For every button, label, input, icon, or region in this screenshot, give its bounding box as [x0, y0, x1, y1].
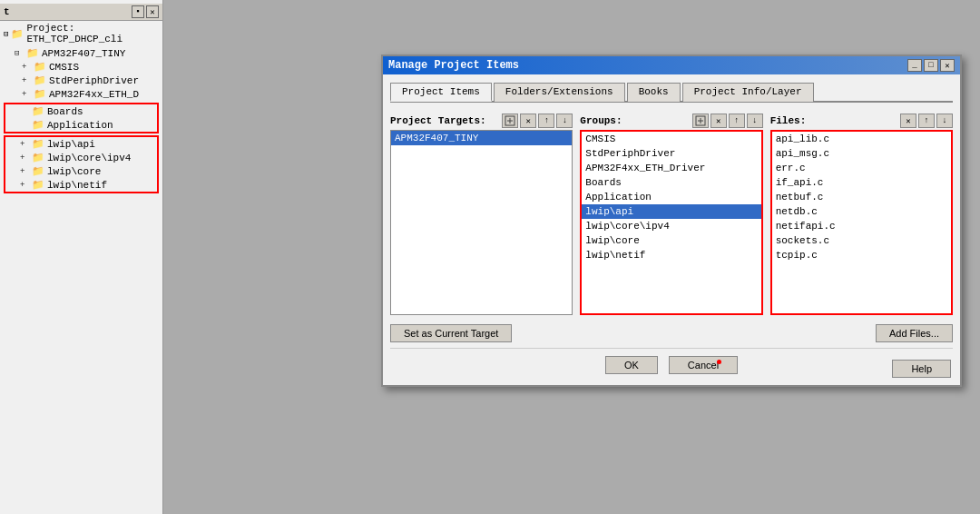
tree-item-boards[interactable]: 📁 Boards [5, 104, 157, 118]
move-up-group-btn[interactable]: ↑ [729, 114, 745, 128]
title-bar-controls: ▪ ✕ [132, 5, 159, 18]
expand-icon: + [20, 167, 29, 176]
tree-item-apm32[interactable]: ⊟ 📁 APM32F407_TINY [0, 46, 162, 60]
dialog-title-bar: Manage Project Items _ □ ✕ [383, 56, 960, 74]
folder-icon: 📁 [34, 61, 46, 73]
tree-item-lwip-core[interactable]: + 📁 lwip\core [5, 164, 157, 178]
dialog-content: Project Items Folders/Extensions Books P… [383, 74, 960, 385]
tree-item-label: Application [47, 120, 113, 131]
project-expand-icon[interactable]: ⊟ [4, 29, 8, 39]
list-item[interactable]: sockets.c [772, 233, 951, 248]
dialog-bottom-buttons: Set as Current Target Add Files... [390, 319, 953, 344]
tree-item-label: lwip\core [47, 166, 101, 177]
tab-project-info-layer[interactable]: Project Info/Layer [682, 83, 814, 102]
project-targets-icons: ✕ ↑ ↓ [502, 114, 573, 128]
move-up-target-btn[interactable]: ↑ [538, 114, 554, 128]
folder-icon: 📁 [26, 47, 39, 59]
tabs-bar: Project Items Folders/Extensions Books P… [390, 82, 953, 103]
list-item[interactable]: Boards [582, 175, 760, 190]
expand-icon: + [20, 181, 29, 190]
dialog-maximize-btn[interactable]: □ [924, 59, 938, 72]
folder-icon: 📁 [32, 152, 44, 163]
groups-list: CMSIS StdPeriphDriver APM32F4xx_ETH_Driv… [582, 132, 760, 313]
files-list: api_lib.c api_msg.c err.c if_api.c netbu… [772, 132, 951, 313]
list-item[interactable]: if_api.c [772, 175, 951, 190]
tree-item-application[interactable]: 📁 Application [5, 118, 157, 132]
move-down-group-btn[interactable]: ↓ [747, 114, 763, 128]
dialog-minimize-btn[interactable]: _ [907, 59, 922, 72]
expand-icon: + [22, 76, 31, 85]
tree-item-lwip-netif[interactable]: + 📁 lwip\netif [5, 178, 157, 192]
list-item[interactable]: netbuf.c [772, 190, 951, 204]
new-group-btn[interactable] [692, 114, 709, 128]
move-down-file-btn[interactable]: ↓ [936, 114, 953, 128]
list-item[interactable]: netifapi.c [772, 219, 951, 233]
dialog-footer: OK Cancel Help [390, 348, 953, 378]
minimize-btn[interactable]: ▪ [132, 5, 144, 18]
tree-item-label: StdPeriphDriver [49, 75, 139, 86]
list-item[interactable]: lwip\netif [582, 248, 760, 262]
list-item[interactable]: lwip\core\ipv4 [582, 219, 760, 233]
list-item[interactable]: CMSIS [582, 132, 760, 146]
move-up-file-btn[interactable]: ↑ [918, 114, 935, 128]
tree-item-label: lwip\core\ipv4 [47, 153, 131, 163]
tab-project-items[interactable]: Project Items [390, 83, 492, 102]
dialog-title-controls: _ □ ✕ [907, 59, 955, 72]
tree-item-label: Boards [47, 106, 83, 117]
list-item[interactable]: api_lib.c [772, 132, 951, 146]
dialog-close-btn[interactable]: ✕ [940, 59, 955, 72]
tree-item-stdperiph[interactable]: + 📁 StdPeriphDriver [0, 74, 162, 87]
list-item[interactable]: lwip\core [582, 233, 760, 248]
folder-icon: 📁 [34, 88, 46, 100]
delete-group-btn[interactable]: ✕ [710, 114, 727, 128]
list-item[interactable]: netdb.c [772, 204, 951, 219]
folder-icon: 📁 [32, 138, 44, 150]
folder-icon: 📁 [32, 119, 44, 131]
delete-file-btn[interactable]: ✕ [900, 114, 916, 128]
project-label: ⊟ 📁 Project: ETH_TCP_DHCP_cli [0, 21, 162, 46]
project-targets-header: Project Targets: ✕ ↑ ↓ [390, 114, 573, 128]
folder-icon: 📁 [32, 105, 44, 117]
files-header: Files: ✕ ↑ ↓ [770, 114, 953, 128]
list-item[interactable]: err.c [772, 161, 951, 175]
help-button[interactable]: Help [892, 360, 951, 378]
tab-books[interactable]: Books [627, 83, 681, 102]
files-icons: ✕ ↑ ↓ [900, 114, 953, 128]
files-label: Files: [770, 115, 807, 126]
tree-item-label: lwip\api [47, 139, 95, 150]
expand-icon: ⊟ [15, 48, 24, 58]
tree-item-label: lwip\netif [47, 180, 107, 191]
manage-project-dialog: Manage Project Items _ □ ✕ Project Items… [381, 54, 962, 387]
new-target-btn[interactable] [502, 114, 518, 128]
delete-target-btn[interactable]: ✕ [520, 114, 536, 128]
cancel-button[interactable]: Cancel [669, 356, 738, 374]
move-down-target-btn[interactable]: ↓ [556, 114, 573, 128]
tree-item-lwip-core-ipv4[interactable]: + 📁 lwip\core\ipv4 [5, 151, 157, 164]
dialog-title: Manage Project Items [388, 59, 519, 72]
list-item[interactable]: tcpip.c [772, 248, 951, 262]
list-item[interactable]: Application [582, 190, 760, 204]
groups-outlined: CMSIS StdPeriphDriver APM32F4xx_ETH_Driv… [580, 130, 762, 315]
list-item[interactable]: api_msg.c [772, 146, 951, 161]
expand-icon: + [22, 90, 31, 99]
list-item[interactable]: APM32F4xx_ETH_Driver [582, 161, 760, 175]
add-files-btn[interactable]: Add Files... [876, 324, 953, 342]
expand-icon: + [20, 140, 29, 149]
tree-item-eth[interactable]: + 📁 APM32F4xx_ETH_D [0, 87, 162, 101]
project-targets-label: Project Targets: [390, 115, 486, 126]
groups-header: Groups: ✕ ↑ ↓ [580, 114, 762, 128]
close-btn[interactable]: ✕ [146, 5, 159, 18]
tree-item-lwip-api[interactable]: + 📁 lwip\api [5, 137, 157, 151]
tab-folders-extensions[interactable]: Folders/Extensions [494, 83, 625, 102]
tree-item-cmsis[interactable]: + 📁 CMSIS [0, 60, 162, 74]
tree-item-label: CMSIS [49, 62, 79, 73]
list-item[interactable]: StdPeriphDriver [582, 146, 760, 161]
expand-icon: + [20, 153, 29, 163]
set-current-target-btn[interactable]: Set as Current Target [390, 324, 512, 342]
folder-icon: 📁 [34, 74, 46, 86]
window-title: t [4, 6, 10, 17]
list-item[interactable]: lwip\api [582, 204, 760, 219]
project-targets-list: APM32F407_TINY [390, 130, 573, 315]
ok-button[interactable]: OK [605, 356, 658, 374]
list-item[interactable]: APM32F407_TINY [391, 131, 572, 145]
